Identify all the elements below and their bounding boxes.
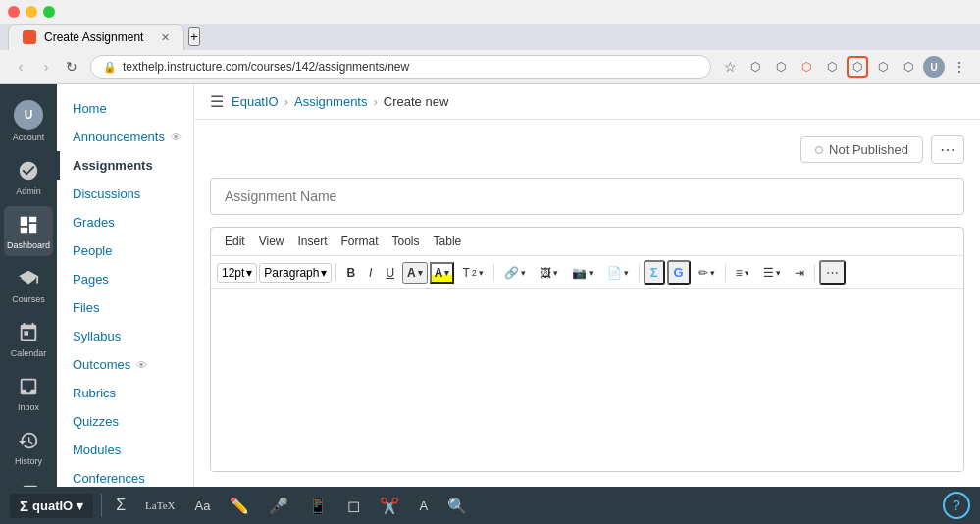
breadcrumb-sep-1: › [284,94,288,109]
course-nav-home[interactable]: Home [57,94,193,123]
ext-btn-highlight[interactable]: ⬡ [847,56,868,78]
profile-btn[interactable]: U [923,56,945,78]
google-drive-btn[interactable]: G [667,260,691,285]
superscript-button[interactable]: T2▾ [456,263,489,283]
ext-btn-4[interactable]: ⬡ [821,56,843,78]
highlight-color-button[interactable]: A▾ [430,262,455,284]
breadcrumb-parent[interactable]: Assignments [294,94,367,109]
menu-tools[interactable]: Tools [387,232,426,251]
course-nav-announcements[interactable]: Announcements 👁 [57,123,193,151]
course-nav-syllabus[interactable]: Syllabus [57,322,193,350]
align-button[interactable]: ≡▾ [730,263,755,283]
bt-pencil-icon[interactable]: ✏️ [224,493,255,519]
close-window-btn[interactable] [8,6,20,18]
ext-btn-1[interactable]: ⬡ [745,56,766,78]
indent-button[interactable]: ⇥ [789,263,810,283]
menu-format[interactable]: Format [335,232,385,251]
course-nav-pages[interactable]: Pages [57,265,193,293]
assignment-header: Not Published ⋯ [210,135,964,164]
editor-body[interactable] [211,289,963,471]
course-nav-modules[interactable]: Modules [57,436,193,464]
ext-btn-2[interactable]: ⬡ [770,56,792,78]
italic-button[interactable]: I [363,263,378,283]
bt-shape-icon[interactable]: ◻ [341,493,366,519]
hamburger-icon[interactable]: ☰ [210,92,224,111]
menu-insert[interactable]: Insert [291,232,333,251]
font-size-select[interactable]: 12pt ▾ [217,263,257,283]
course-nav-grades[interactable]: Grades [57,208,193,236]
underline-button[interactable]: U [380,263,400,283]
active-tab[interactable]: Create Assignment ✕ [8,24,184,50]
sidebar-item-dashboard[interactable]: Dashboard [4,206,53,256]
ext-btn-5[interactable]: ⬡ [872,56,894,78]
back-btn[interactable]: ‹ [10,56,31,78]
course-nav-discussions[interactable]: Discussions [57,180,193,208]
toolbar-more-btn[interactable]: ⋯ [819,260,846,285]
course-nav-people[interactable]: People [57,236,193,265]
menu-table[interactable]: Table [428,232,468,251]
reload-btn[interactable]: ↻ [61,56,82,78]
bt-search-icon[interactable]: 🔍 [441,493,473,519]
sidebar-item-history[interactable]: History [4,422,53,472]
paragraph-select[interactable]: Paragraph ▾ [259,263,332,283]
url-bar[interactable]: 🔒 texthelp.instructure.com/courses/142/a… [90,55,711,79]
menu-edit[interactable]: Edit [219,232,251,251]
publish-button[interactable]: Not Published [800,136,923,163]
bt-text-icon[interactable]: Aa [188,495,216,517]
ext-btn-6[interactable]: ⬡ [898,56,919,78]
bt-sigma-icon[interactable]: Σ [110,493,131,518]
list-button[interactable]: ☰▾ [757,263,787,283]
menu-view[interactable]: View [253,232,290,251]
bt-cut-icon[interactable]: ✂️ [374,493,405,519]
minimize-window-btn[interactable] [26,6,37,18]
ext-btn-3[interactable]: ⬡ [796,56,817,78]
sidebar-item-courses[interactable]: Courses [4,260,53,310]
course-nav-quizzes[interactable]: Quizzes [57,407,193,436]
maximize-window-btn[interactable] [43,6,55,18]
help-btn[interactable]: ? [943,492,970,519]
more-format-button[interactable]: ✏▾ [693,263,721,283]
font-color-button[interactable]: A▾ [402,262,428,284]
assignment-name-input[interactable] [210,178,964,215]
browser-actions: ☆ ⬡ ⬡ ⬡ ⬡ ⬡ ⬡ ⬡ U ⋮ [719,56,970,78]
header-actions: Not Published ⋯ [800,135,964,164]
main-content: ☰ EquatIO › Assignments › Create new Not… [194,84,980,522]
bt-latex-icon[interactable]: LaTeX [139,496,181,515]
sidebar-label-dashboard: Dashboard [7,240,50,250]
more-options-button[interactable]: ⋯ [931,135,964,164]
menu-btn[interactable]: ⋮ [949,56,970,78]
sidebar-label-calendar: Calendar [11,348,47,358]
course-nav-files[interactable]: Files [57,293,193,322]
equatio-icon-btn[interactable]: Σ [644,260,665,285]
sidebar-item-calendar[interactable]: Calendar [4,314,53,364]
editor-menu-bar: Edit View Insert Format Tools Table [211,228,963,256]
address-bar: ‹ › ↻ 🔒 texthelp.instructure.com/courses… [0,50,980,83]
bt-chemistry-icon[interactable]: A [413,495,434,517]
bookmark-btn[interactable]: ☆ [719,56,741,78]
equatio-brand-btn[interactable]: Σ quatIO ▾ [10,494,93,518]
document-button[interactable]: 📄▾ [601,263,635,283]
course-nav-rubrics[interactable]: Rubrics [57,379,193,407]
breadcrumb-root[interactable]: EquatIO [232,94,279,109]
new-tab-btn[interactable]: + [188,27,200,46]
media-button[interactable]: 📷▾ [566,263,599,283]
inbox-icon [16,374,41,399]
tab-close-btn[interactable]: ✕ [161,31,170,44]
courses-icon [16,266,41,291]
sidebar-label-inbox: Inbox [18,402,39,412]
lock-icon: 🔒 [103,61,117,74]
left-sidebar: U Account Admin Dashboard Courses Cale [0,84,57,522]
bt-mic-icon[interactable]: 🎤 [263,493,294,519]
calendar-icon [16,320,41,345]
course-nav-assignments[interactable]: Assignments [57,151,193,180]
forward-btn[interactable]: › [35,56,57,78]
bt-mobile-icon[interactable]: 📱 [302,493,334,519]
image-button[interactable]: 🖼▾ [534,263,564,283]
sidebar-item-admin[interactable]: Admin [4,152,53,202]
bold-button[interactable]: B [340,263,361,283]
sidebar-item-account[interactable]: U Account [4,94,53,148]
bottom-toolbar: Σ quatIO ▾ Σ LaTeX Aa ✏️ 🎤 📱 ◻ ✂️ A 🔍 ? [0,487,980,524]
course-nav-outcomes[interactable]: Outcomes 👁 [57,350,193,379]
link-button[interactable]: 🔗▾ [498,263,532,283]
sidebar-item-inbox[interactable]: Inbox [4,368,53,418]
